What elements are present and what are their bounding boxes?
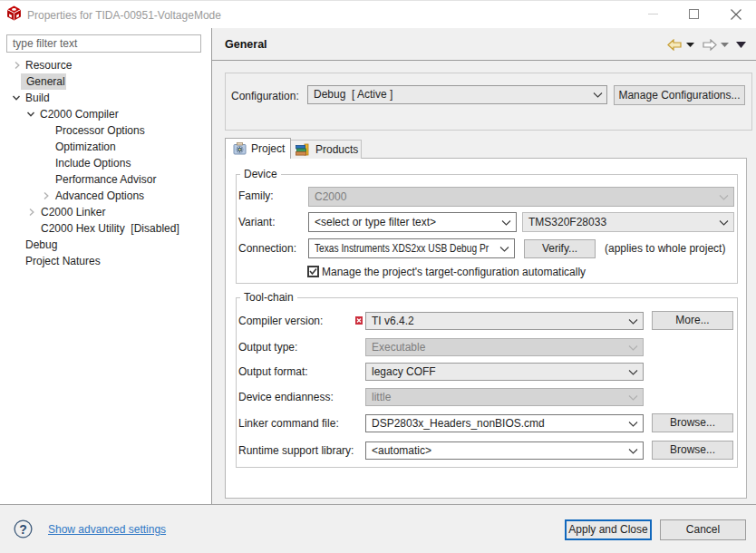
svg-text:?: ? <box>19 522 27 537</box>
